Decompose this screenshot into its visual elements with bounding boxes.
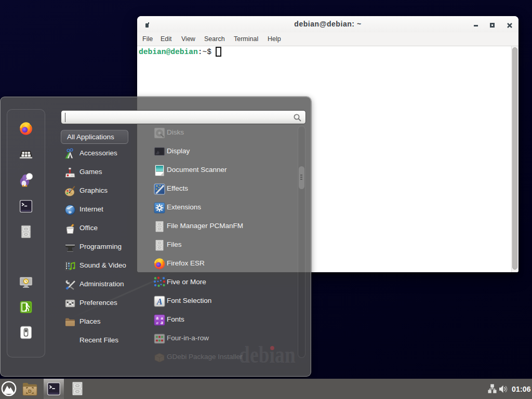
svg-text:D: D — [28, 389, 31, 394]
svg-text:a: a — [161, 320, 163, 325]
svg-text:a: a — [156, 320, 158, 325]
svg-text:A: A — [156, 297, 163, 306]
